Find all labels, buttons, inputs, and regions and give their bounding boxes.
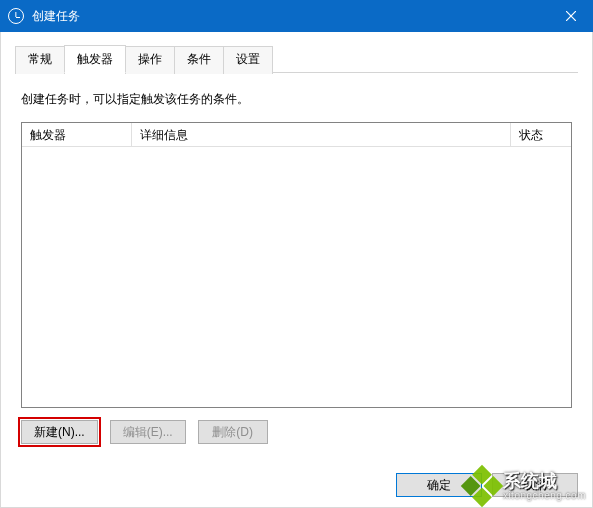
tab-conditions[interactable]: 条件 [174,46,224,74]
column-details[interactable]: 详细信息 [132,123,511,147]
titlebar: 创建任务 [0,0,593,32]
tab-actions[interactable]: 操作 [125,46,175,74]
dialog-body: 常规 触发器 操作 条件 设置 创建任务时，可以指定触发该任务的条件。 触发器 … [0,32,593,508]
delete-button: 删除(D) [198,420,268,444]
triggers-list[interactable]: 触发器 详细信息 状态 [21,122,572,408]
tab-description: 创建任务时，可以指定触发该任务的条件。 [21,91,572,108]
column-status[interactable]: 状态 [511,123,571,147]
action-buttons: 新建(N)... 编辑(E)... 删除(D) [21,420,572,444]
window-title: 创建任务 [32,8,80,25]
ok-button[interactable]: 确定 [396,473,482,497]
tab-strip: 常规 触发器 操作 条件 设置 [15,44,578,73]
tab-triggers[interactable]: 触发器 [64,45,126,73]
list-body [22,147,571,407]
new-button[interactable]: 新建(N)... [21,420,98,444]
cancel-button[interactable]: 取消 [492,473,578,497]
close-icon [566,11,576,21]
edit-button: 编辑(E)... [110,420,186,444]
column-headers: 触发器 详细信息 状态 [22,123,571,147]
tab-settings[interactable]: 设置 [223,46,273,74]
column-trigger[interactable]: 触发器 [22,123,132,147]
tab-general[interactable]: 常规 [15,46,65,74]
close-button[interactable] [548,0,593,32]
clock-icon [8,8,24,24]
dialog-footer: 确定 取消 [396,473,578,497]
